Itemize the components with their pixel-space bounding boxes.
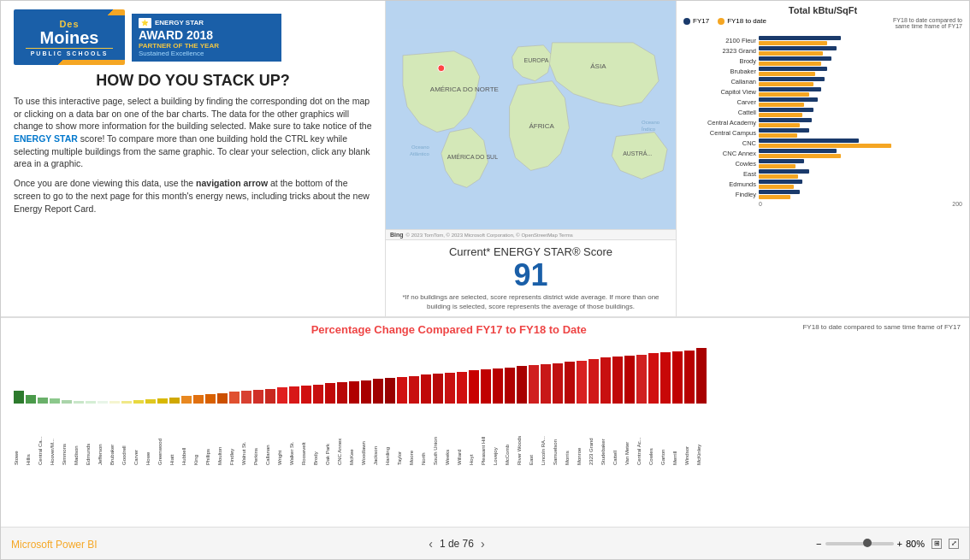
bottom-bar-label: Morris — [565, 405, 575, 465]
bottom-bar[interactable] — [445, 373, 455, 404]
zoom-minus-button[interactable]: − — [816, 539, 821, 549]
bottom-bar[interactable] — [349, 381, 359, 404]
bottom-bar[interactable] — [181, 396, 192, 404]
next-page-button[interactable]: › — [481, 537, 485, 551]
bar-chart-row[interactable]: Capitol View — [683, 87, 962, 97]
bottom-bar[interactable] — [205, 394, 216, 404]
bottom-bar[interactable] — [62, 400, 72, 404]
bottom-bar[interactable] — [38, 398, 48, 404]
bottom-bar-label: Merrill — [672, 405, 683, 465]
bar-chart-row[interactable]: Central Campus — [683, 128, 962, 138]
bottom-bar[interactable] — [433, 374, 443, 404]
bottom-bar[interactable] — [337, 382, 347, 404]
panel-description-1: To use this interactive page, select a b… — [14, 95, 372, 170]
bottom-bar-label: Stowe — [14, 405, 24, 465]
bottom-bar[interactable] — [157, 398, 168, 404]
bottom-bar[interactable] — [325, 383, 335, 404]
bottom-bar[interactable] — [109, 401, 120, 404]
bottom-bar[interactable] — [684, 351, 695, 404]
bar-chart: 2100 Fleur2323 GrandBrodyBrubakerCallana… — [683, 36, 962, 199]
bottom-bar[interactable] — [229, 392, 240, 404]
bottom-bar[interactable] — [133, 400, 144, 404]
zoom-control: − + 80% — [816, 539, 925, 549]
bottom-bar[interactable] — [301, 386, 311, 404]
bottom-bar-label: Callanan — [265, 405, 275, 465]
bottom-bar[interactable] — [660, 352, 671, 404]
bar-fy18 — [759, 195, 790, 199]
bar-chart-row[interactable]: 2100 Fleur — [683, 36, 962, 45]
bottom-bar-label: Walker St. — [289, 405, 299, 465]
bottom-bar[interactable] — [553, 363, 563, 404]
bar-chart-row[interactable]: Findley — [683, 190, 962, 199]
zoom-plus-button[interactable]: + — [897, 539, 902, 549]
bottom-bar[interactable] — [98, 401, 108, 404]
bottom-bar[interactable] — [696, 348, 707, 404]
bar-chart-row[interactable]: East — [683, 169, 962, 179]
bottom-bar[interactable] — [493, 368, 503, 404]
bar-group — [759, 77, 962, 86]
bottom-bar[interactable] — [121, 401, 132, 404]
bottom-bar[interactable] — [541, 364, 551, 404]
bar-fy17 — [759, 159, 804, 163]
bottom-bar[interactable] — [361, 380, 371, 404]
bar-chart-row[interactable]: Brubaker — [683, 67, 962, 76]
bottom-bar[interactable] — [636, 355, 647, 404]
map-container[interactable]: AMÉRICA DO NORTE AMÉRICA DO SUL EUROPA Á… — [386, 1, 676, 229]
bottom-bar[interactable] — [672, 351, 683, 404]
bottom-bar[interactable] — [600, 357, 611, 404]
bottom-bar[interactable] — [253, 390, 263, 404]
bottom-bar[interactable] — [241, 391, 251, 404]
bar-chart-row[interactable]: 2323 Grand — [683, 46, 962, 56]
bar-group — [759, 36, 962, 45]
world-map-svg[interactable]: AMÉRICA DO NORTE AMÉRICA DO SUL EUROPA Á… — [386, 1, 676, 229]
bar-chart-row[interactable]: Carver — [683, 97, 962, 107]
bottom-bar[interactable] — [313, 385, 323, 404]
bottom-bar[interactable] — [397, 377, 407, 404]
bar-chart-row[interactable]: Cowles — [683, 159, 962, 168]
bar-group — [759, 108, 962, 117]
bottom-bar[interactable] — [421, 374, 431, 404]
powerbi-link[interactable]: Microsoft Power BI — [11, 539, 98, 551]
bar-label: Brubaker — [683, 68, 756, 75]
bar-chart-row[interactable]: Callanan — [683, 77, 962, 86]
bottom-bar[interactable] — [26, 395, 36, 404]
bar-chart-row[interactable]: Central Academy — [683, 118, 962, 127]
bottom-bar[interactable] — [624, 356, 635, 404]
bottom-bar[interactable] — [565, 362, 575, 404]
bottom-chart-area[interactable]: StoweHillisCentral Ca...Hoover/M...Simmo… — [9, 339, 961, 468]
bottom-bar[interactable] — [457, 372, 467, 404]
bottom-bar[interactable] — [86, 401, 96, 404]
bar-chart-row[interactable]: CNC — [683, 139, 962, 148]
bar-chart-row[interactable]: Brody — [683, 56, 962, 66]
bar-chart-row[interactable]: CNC Annex — [683, 149, 962, 158]
bottom-bar[interactable] — [529, 365, 539, 404]
fullscreen-button[interactable]: ⤢ — [949, 539, 959, 549]
bottom-bar[interactable] — [589, 359, 599, 404]
bottom-bar[interactable] — [612, 357, 623, 404]
bottom-bar[interactable] — [385, 378, 395, 404]
bar-chart-row[interactable]: Edmunds — [683, 180, 962, 189]
bottom-bar[interactable] — [373, 379, 383, 404]
bottom-bar[interactable] — [648, 353, 659, 404]
bottom-bar[interactable] — [145, 399, 156, 404]
bottom-bar[interactable] — [74, 401, 84, 404]
bottom-bar[interactable] — [277, 387, 287, 404]
bottom-bar[interactable] — [289, 386, 299, 404]
legend-fy18: FY18 to date — [718, 17, 766, 25]
prev-page-button[interactable]: ‹ — [429, 537, 433, 551]
bottom-bar[interactable] — [469, 370, 479, 404]
bottom-bar[interactable] — [481, 369, 491, 404]
bottom-bar[interactable] — [517, 366, 527, 404]
bottom-bar[interactable] — [14, 391, 24, 404]
bottom-bar[interactable] — [193, 395, 204, 404]
bottom-bar[interactable] — [265, 389, 275, 404]
fit-page-button[interactable]: ⊞ — [932, 539, 942, 549]
bottom-bar[interactable] — [409, 376, 419, 404]
bottom-bar[interactable] — [50, 398, 60, 404]
bar-chart-row[interactable]: Cattell — [683, 108, 962, 117]
bottom-bar[interactable] — [217, 393, 228, 404]
bottom-bar[interactable] — [505, 368, 515, 404]
bottom-bar[interactable] — [577, 361, 587, 404]
zoom-slider[interactable] — [825, 542, 894, 545]
bottom-bar[interactable] — [169, 398, 180, 404]
